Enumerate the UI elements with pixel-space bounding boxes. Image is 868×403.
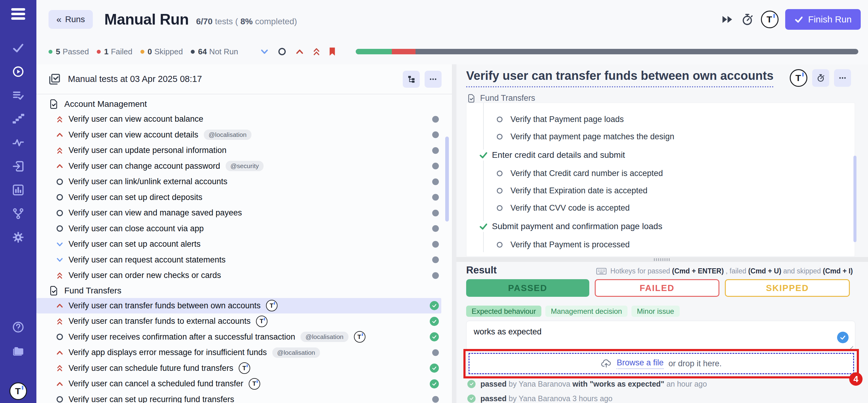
failed-button[interactable]: FAILED [595,279,720,297]
test-row[interactable]: Verify user can update personal informat… [36,143,441,159]
passed-check-icon [467,380,475,388]
substep-row[interactable]: Verify that CVV code is accepted [466,199,855,217]
test-row[interactable]: Verify app displays error message for in… [36,345,441,361]
stopwatch-icon[interactable] [741,13,754,26]
priority-high-icon [55,162,64,170]
sidebar-item-import[interactable] [11,160,25,173]
sidebar-item-tests[interactable] [11,41,25,55]
result-tag[interactable]: Minor issue [631,306,680,317]
sidebar-item-settings[interactable] [11,231,25,244]
test-row[interactable]: Verify user can view account details @lo… [36,127,441,143]
status-passed-icon [430,332,439,341]
test-row[interactable]: Verify user can set up direct deposits [36,190,441,205]
sidebar-item-analytics[interactable] [11,183,25,197]
fast-forward-icon[interactable] [721,13,734,26]
branch-icon [12,207,24,220]
suite-link[interactable]: Fund Transfers [467,93,535,103]
test-row[interactable]: Verify user can cancel a scheduled fund … [36,376,441,392]
test-row[interactable]: Verify user receives confirmation after … [36,329,441,345]
browse-file-link[interactable]: Browse a file [617,358,663,369]
sidebar-logo[interactable] [9,382,27,400]
hotkeys-text: Hotkeys for passed (Cmd + ENTER) , faile… [610,267,853,275]
comment-input[interactable]: works as expected [466,321,855,351]
priority-normal-icon [55,178,64,186]
test-row-title: Verify user can order new checks or card… [68,271,221,280]
test-row[interactable]: Verify user can set up account alerts [36,236,441,252]
step-row[interactable]: Submit payment and confirmation page loa… [466,217,855,236]
sidebar-bottom [9,320,27,400]
test-row[interactable]: Verify user can view and manage saved pa… [36,205,441,221]
passed-button[interactable]: PASSED [466,279,589,297]
test-row[interactable]: Verify user can request account statemen… [36,252,441,268]
test-title[interactable]: Verify user can transfer funds between o… [466,68,774,87]
test-row[interactable]: Verify user can change account password … [36,159,441,174]
annotation-badge: 4 [849,372,863,386]
resize-divider[interactable] [457,257,868,262]
filter-priority-high-icon[interactable] [295,47,304,56]
tree-icon [407,75,415,83]
result-tag[interactable]: Management decision [545,306,627,317]
sidebar-item-runs[interactable] [11,65,25,78]
sidebar-item-projects[interactable] [11,344,25,357]
test-row[interactable]: Verify user can link/unlink external acc… [36,174,441,190]
detail-more-options-button[interactable] [834,69,851,87]
filter-priority-low-icon[interactable] [260,47,269,56]
sidebar-item-help[interactable] [11,320,25,334]
test-row[interactable]: Verify user can view account balance [36,111,441,127]
test-row[interactable]: Verify user can set up recurring fund tr… [36,392,441,403]
testomat-logo-icon [249,378,260,390]
panel-divider[interactable] [452,64,457,403]
sidebar-item-steps[interactable] [11,112,25,126]
detail-stopwatch-button[interactable] [812,69,829,87]
suite-name: Fund Transfers [64,286,121,295]
test-row[interactable]: Verify user can transfer funds to extern… [36,314,441,329]
steps-icon [12,113,24,125]
skipped-button[interactable]: SKIPPED [725,279,850,297]
priority-highest-icon [55,115,64,123]
back-to-runs-button[interactable]: Runs [49,10,93,29]
substep-bullet-icon [497,205,502,211]
filter-priority-highest-icon[interactable] [313,47,320,56]
step-row[interactable]: Enter credit card details and submit [466,145,855,165]
menu-icon[interactable] [11,6,25,22]
status-dot-icon [97,50,101,54]
substep-row[interactable]: Verify that Credit card number is accept… [466,165,855,182]
sidebar-item-test-plans[interactable] [11,89,25,102]
filter-bookmarked-icon[interactable] [329,47,336,56]
group-by-tree-button[interactable] [403,71,420,88]
list-more-options-button[interactable] [425,71,442,88]
app: Runs Manual Run 6/70 tests ( 8% complete… [0,0,868,403]
test-tag: @localisation [301,332,348,342]
status-not-run-icon [432,210,439,217]
submit-comment-button[interactable] [837,332,848,343]
test-row[interactable]: Verify user can schedule future fund tra… [36,361,441,376]
test-row[interactable]: Verify user can close account via app [36,221,441,237]
test-row-title: Verify user can close account via app [68,224,204,233]
result-tag[interactable]: Expected behaviour [466,306,541,317]
back-label: Runs [65,15,85,24]
list-scrollbar[interactable] [445,137,449,222]
status-not-run-icon [432,132,439,138]
priority-normal-icon [55,333,64,341]
substep-row[interactable]: Verify that Expiration date is accepted [466,182,855,199]
file-check-icon [49,286,59,296]
sidebar [0,0,36,403]
suite-row[interactable]: Fund Transfers [36,283,452,298]
header-logo-slot[interactable] [761,10,785,28]
file-dropzone[interactable]: Browse a file or drop it here. [469,353,854,374]
test-row[interactable]: Verify user can transfer funds between o… [36,298,441,314]
sidebar-item-branches[interactable] [11,207,25,220]
substep-row[interactable]: Verify that Payment page loads [466,111,855,128]
status-passed-icon [430,317,439,326]
sidebar-item-pulse[interactable] [11,136,25,149]
filter-priority-normal-icon[interactable] [278,47,287,56]
suite-row[interactable]: Account Management [36,97,452,111]
detail-logo-slot[interactable] [790,69,807,87]
suite-link-label: Fund Transfers [480,93,535,103]
finish-run-button[interactable]: Finish Run [785,9,861,30]
passed-check-icon [467,395,475,403]
substep-row[interactable]: Verify that Payment is processed [466,236,855,253]
priority-highest-icon [55,317,64,325]
test-row[interactable]: Verify user can order new checks or card… [36,268,441,283]
substep-row[interactable]: Verify that payment page matches the des… [466,128,855,145]
